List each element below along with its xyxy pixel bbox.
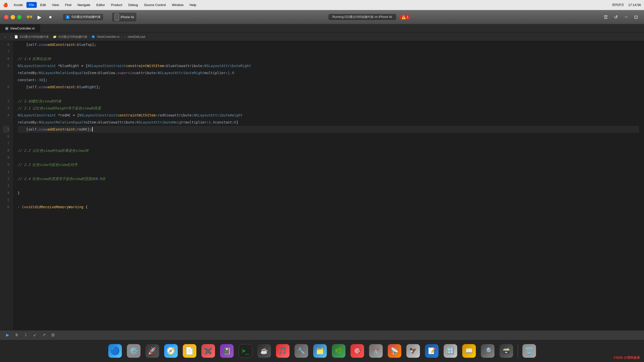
dock-launchpad[interactable]: 🚀 [144, 343, 161, 359]
code-line: // 2.创建红色view的约束 [18, 98, 639, 105]
menu-product[interactable]: Product [109, 2, 125, 8]
app10-icon: 🔎 [481, 344, 494, 358]
dock-system-prefs[interactable]: ⚙️ [125, 343, 142, 359]
menu-edit[interactable]: Edit [38, 2, 48, 8]
menu-help[interactable]: Help [187, 2, 199, 8]
code-line [18, 48, 639, 55]
dock-onenote[interactable]: 📓 [219, 343, 235, 359]
assistant-toggle[interactable]: ⊡ [632, 13, 640, 21]
menu-window[interactable]: Window [169, 2, 186, 8]
refresh-button[interactable]: ↺ [612, 13, 620, 21]
dock-filezilla[interactable]: 📡 [386, 343, 403, 359]
toolbar-right-buttons: ☰ ↺ → ⊡ [602, 13, 640, 21]
dock-trash[interactable]: 🗑️ [521, 343, 538, 359]
dock-app1[interactable]: ☕ [256, 343, 272, 359]
menu-find[interactable]: Find [62, 2, 74, 8]
menu-debug[interactable]: Debug [126, 2, 140, 8]
debug-area-button[interactable]: ▶ [4, 331, 11, 339]
code-editor[interactable]: 6 7 8 9 0 2 3 4 5 6 7 8 9 0 1 2 3 4 5 6 … [0, 41, 644, 330]
code-line [18, 133, 639, 140]
stop-button[interactable]: ■ [46, 13, 54, 21]
app7-icon: 🦅 [406, 344, 420, 358]
dock-app11[interactable]: 🗃️ [498, 343, 515, 359]
menu-file[interactable]: File [26, 2, 37, 8]
code-line [18, 182, 639, 189]
dock-music[interactable]: 🎵 [274, 343, 291, 359]
dock-app8[interactable]: 🔡 [442, 343, 459, 359]
status-bar: Running 010通过代码创建约束 on iPhone 4s ⚠️ 1 [140, 14, 599, 20]
forward-button[interactable]: › [9, 34, 13, 39]
menu-xcode[interactable]: Xcode [11, 2, 25, 8]
pause-button[interactable]: ⏸ [13, 331, 20, 339]
menu-navigate[interactable]: Navigate [75, 2, 93, 8]
close-button[interactable] [4, 15, 9, 19]
device-selector[interactable]: iPhone 4s [112, 12, 137, 22]
dock-app10[interactable]: 🔎 [479, 343, 496, 359]
step-into-button[interactable]: ↙ [31, 331, 38, 339]
back-button[interactable]: ‹ [3, 34, 7, 39]
traffic-lights [4, 15, 22, 19]
step-out-button[interactable]: ↗ [40, 331, 47, 339]
error-badge[interactable]: ⚠️ 1 [400, 15, 411, 20]
jump-button[interactable]: → [622, 13, 630, 21]
maximize-button[interactable] [17, 15, 22, 19]
active-tab[interactable]: m ViewController.m [0, 24, 40, 33]
dock-app9[interactable]: 📖 [461, 343, 477, 359]
code-line: [self.view addConstraint:blueRight]; [18, 83, 639, 91]
dock-app3[interactable]: 🗂️ [312, 343, 328, 359]
office-icon: ✖️ [201, 344, 215, 358]
iphone-icon [115, 14, 119, 21]
menu-view[interactable]: View [49, 2, 61, 8]
breadcrumb-2[interactable]: 010通过代码创建约束 [58, 35, 87, 39]
scheme-name: 010通过代码创建约束 [71, 15, 101, 19]
dock-pages[interactable]: 📄 [181, 343, 198, 359]
code-line: // 2.4 红色view的宽度等于蓝色view的宽度的0.5倍 [18, 175, 639, 182]
launchpad-icon: 🚀 [146, 344, 159, 358]
xcode-toolbar: 暂停 ▶ ■ X 010通过代码创建约束 iPhone 4s Running 0… [0, 10, 644, 24]
dock-app2[interactable]: 🔧 [293, 343, 310, 359]
method-icon-bc: ⬦ [124, 35, 125, 39]
breadcrumb-1[interactable]: 010通过代码创建约束 [20, 35, 49, 39]
nav-breadcrumb: ‹ › 📄 010通过代码创建约束 › 📁 010通过代码创建约束 › 🔷 Vi… [0, 33, 644, 41]
code-line: NSLayoutConstraint *blueRight = [NSLayou… [18, 62, 639, 69]
dock-terminal[interactable]: >_ [237, 343, 254, 359]
dock-word[interactable]: 📝 [423, 343, 440, 359]
onenote-icon: 📓 [220, 344, 234, 358]
music-icon: 🎵 [276, 344, 290, 358]
minimize-button[interactable] [11, 15, 15, 19]
code-line: - (void)didReceiveMemoryWarning { [18, 203, 639, 210]
safari-icon: 🧭 [164, 344, 178, 358]
breadcrumb-3[interactable]: ViewController.m [97, 35, 119, 39]
app1-icon: ☕ [257, 344, 271, 358]
apple-menu[interactable]: 🍎 [3, 3, 8, 7]
tab-bar: m ViewController.m [0, 24, 644, 33]
dock-app7[interactable]: 🦅 [405, 343, 421, 359]
breadcrumb-4[interactable]: -viewDidLoad [127, 35, 145, 39]
code-line [18, 196, 639, 203]
finder-icon: 🔵 [108, 344, 122, 358]
file-icon: m [5, 27, 9, 30]
file-icon-bc: 📄 [14, 35, 18, 39]
menu-source-control[interactable]: Source Control [141, 2, 168, 8]
word-icon: 📝 [425, 344, 439, 358]
dock-safari[interactable]: 🧭 [163, 343, 179, 359]
step-over-button[interactable]: ⤵ [22, 331, 29, 339]
code-area[interactable]: [self.view addConstraint:blueTop]; // 1.… [13, 41, 644, 330]
app2-icon: 🔧 [295, 344, 308, 358]
dock-app6[interactable]: ✂️ [368, 343, 384, 359]
bottom-controls: ▶ ⏸ ⤵ ↙ ↗ ⊞ [0, 330, 644, 339]
dock-app4[interactable]: 🌿 [330, 343, 347, 359]
dock-office[interactable]: ✖️ [200, 343, 217, 359]
view-debugger-button[interactable]: ⊞ [49, 331, 56, 339]
terminal-icon: >_ [239, 344, 252, 358]
scheme-selector[interactable]: X 010通过代码创建约束 [63, 14, 103, 21]
m-icon-bc: 🔷 [91, 35, 95, 39]
device-name: iPhone 4s [121, 15, 134, 19]
menu-editor[interactable]: Editor [94, 2, 108, 8]
dock-app5[interactable]: 🎯 [349, 343, 366, 359]
line-numbers: 6 7 8 9 0 2 3 4 5 6 7 8 9 0 1 2 3 4 5 6 [0, 41, 13, 330]
play-button[interactable]: ▶ [35, 13, 43, 21]
error-count: 1 [407, 15, 409, 19]
dock-finder[interactable]: 🔵 [107, 343, 123, 359]
navigator-toggle[interactable]: ☰ [602, 13, 610, 21]
